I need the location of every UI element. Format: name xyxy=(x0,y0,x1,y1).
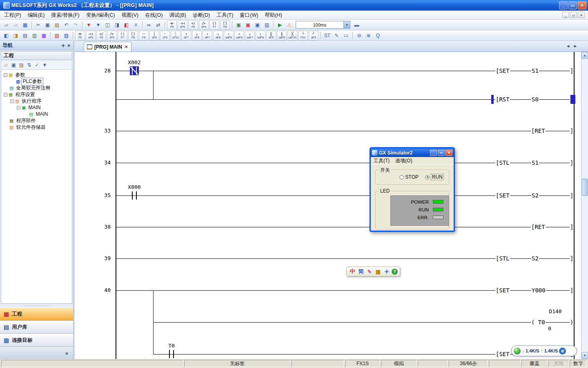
radio-stop[interactable]: STOP xyxy=(399,174,419,180)
ladder-canvas[interactable]: 28X002[SETS1][RSTS0]33[RET]34[STLS1]35X0… xyxy=(75,52,581,359)
close-button[interactable]: ✕ xyxy=(578,1,586,9)
ladder-closed-contact-button[interactable]: ⊣∕F6 xyxy=(96,31,106,40)
monitor-start-button[interactable]: ▣ xyxy=(234,20,243,29)
tree-expand-icon[interactable]: − xyxy=(4,73,7,77)
convert-button[interactable]: ▼ xyxy=(85,20,93,29)
chevron-icon[interactable]: » xyxy=(65,350,68,356)
undo-button[interactable]: ↶ xyxy=(62,20,71,29)
convert-result-falling-button[interactable]: ╳caF10 xyxy=(287,31,297,40)
statement-display-button[interactable]: ▨ xyxy=(62,31,71,40)
scroll-up-icon[interactable]: ▲ xyxy=(581,52,588,59)
tree-expand-icon[interactable]: − xyxy=(17,106,20,110)
inline-st-button[interactable]: ST xyxy=(323,31,332,40)
tab-scroll-left-icon[interactable]: ◄ xyxy=(566,44,570,48)
delete-vertical-line-button[interactable]: ┊cF10 xyxy=(171,31,180,40)
panel-grip[interactable] xyxy=(0,304,73,307)
simulator-maximize-button[interactable]: ▭ xyxy=(438,150,445,156)
scrollbar-thumb[interactable] xyxy=(582,179,588,196)
ime-tools-icon[interactable]: ✛ xyxy=(383,268,390,275)
read-from-plc-button[interactable]: ◨ xyxy=(113,20,121,29)
scan-time-combo[interactable]: 100ms▼ xyxy=(296,21,350,29)
invert-operation-results-button[interactable]: ‖aF5 xyxy=(266,31,276,40)
rising-pulse-button[interactable]: ↑sF7 xyxy=(181,31,191,40)
delete-horizontal-line-button[interactable]: ┈cF9 xyxy=(160,31,170,40)
ime-help-icon[interactable]: ? xyxy=(392,269,398,275)
restore-button[interactable]: ▭ xyxy=(568,1,577,9)
ime-softkeyboard-icon[interactable]: ▦ xyxy=(374,268,382,275)
ladder-open-contact-button[interactable]: ⊣⊢F5 xyxy=(75,31,85,40)
ladder-application-button[interactable]: []F8 xyxy=(128,31,138,40)
combo-dropdown-icon[interactable]: ▼ xyxy=(343,21,350,28)
paste-button[interactable]: ▤ xyxy=(53,20,61,29)
rising-pulse-closed-button[interactable]: ↿saF5 xyxy=(224,31,234,40)
ladder-or-open-contact-button[interactable]: ⊣⊣sF5 xyxy=(86,31,96,40)
modify-value-button[interactable]: ▬ xyxy=(352,20,361,29)
output-window-toggle-button[interactable]: ▤ xyxy=(21,31,29,40)
tree-sort-button[interactable]: ⇅ xyxy=(25,61,33,69)
stop-simulation-button[interactable]: ⚠ xyxy=(285,20,294,29)
minimize-button[interactable]: _ xyxy=(559,1,568,9)
tree-expand-icon[interactable]: − xyxy=(10,99,14,103)
simulator-minimize-button[interactable]: _ xyxy=(430,150,437,156)
start-simulation-button[interactable]: ▶ xyxy=(276,20,284,29)
menu-item-6[interactable]: 调试(B) xyxy=(166,11,189,19)
vertical-line-button[interactable]: │sF9 xyxy=(149,31,159,40)
or-open-contact-button[interactable]: ⊣⊣sF5 xyxy=(178,20,187,30)
falling-pulse-button[interactable]: ↓sF8 xyxy=(192,31,202,40)
device-batch-monitor-button[interactable]: ▥ xyxy=(263,20,271,29)
radio-run[interactable]: RUN xyxy=(425,174,443,180)
tree-item-2[interactable]: ▤全局软元件注释 xyxy=(1,85,72,91)
menu-item-9[interactable]: 窗口(W) xyxy=(236,11,261,19)
ladder-coil-button[interactable]: ()F7 xyxy=(118,31,127,40)
tab-scroll-right-icon[interactable]: ► xyxy=(573,44,577,48)
ladder-or-closed-contact-button[interactable]: ∕⊢sF6 xyxy=(107,31,117,40)
or-falling-pulse-button[interactable]: ⇓aF8 xyxy=(213,31,223,40)
mdi-restore-button[interactable]: ▭ xyxy=(570,12,577,18)
or-rising-pulse-button[interactable]: ⇑aF7 xyxy=(203,31,212,40)
verify-with-plc-button[interactable]: ≡ xyxy=(131,20,140,29)
menu-item-3[interactable]: 变换/编译(C) xyxy=(83,11,118,19)
find-button[interactable]: ∞ xyxy=(145,20,153,29)
cut-button[interactable]: ✂ xyxy=(34,20,42,29)
menu-item-7[interactable]: 诊断(D) xyxy=(189,11,213,19)
ime-simplified-icon[interactable]: 简 xyxy=(357,268,365,275)
comment-display-button[interactable]: ▧ xyxy=(53,31,61,40)
tree-copy-button[interactable]: ▣ xyxy=(10,61,18,69)
or-closed-contact-button[interactable]: ∕⊢sF6 xyxy=(199,20,209,30)
vertical-scrollbar[interactable]: ▲ ▼ xyxy=(581,52,588,359)
zoom-in-button[interactable]: ⊕ xyxy=(364,31,373,40)
tree-item-8[interactable]: ▥软元件存储器 xyxy=(1,124,72,130)
menu-item-4[interactable]: 视图(V) xyxy=(118,11,142,19)
falling-pulse-closed-button[interactable]: ↾saF6 xyxy=(234,31,244,40)
simulator-title-bar[interactable]: GX Simulator2 _ ▭ ✕ xyxy=(371,148,454,157)
zoom-ratio-button[interactable]: Q xyxy=(374,31,382,40)
zoom-out-button[interactable]: ⊖ xyxy=(355,31,363,40)
tree-filter-button[interactable]: ▼ xyxy=(41,61,49,69)
pin-icon[interactable]: ✛ xyxy=(61,43,65,48)
tree-expand-icon[interactable]: − xyxy=(4,93,7,96)
edit-mode-button[interactable]: ✎ xyxy=(332,31,341,40)
mdi-close-button[interactable]: ✕ xyxy=(578,12,585,18)
or-falling-pulse-closed-button[interactable]: ⇂saF8 xyxy=(256,31,265,40)
ime-language-icon[interactable]: 中 xyxy=(349,268,356,275)
mdi-minimize-button[interactable]: _ xyxy=(562,12,569,18)
horizontal-line-button[interactable]: ─F9 xyxy=(139,31,149,40)
ime-pen-icon[interactable]: ✎ xyxy=(366,268,373,275)
simulator-menu-options[interactable]: 选项(O) xyxy=(392,157,415,165)
draw-line-button[interactable]: └F10 xyxy=(298,31,308,40)
redo-button[interactable]: ↷ xyxy=(71,20,80,29)
coil-button[interactable]: ()F7 xyxy=(209,20,219,30)
tab-close-icon[interactable]: ✕ xyxy=(124,45,128,49)
nav-button-2[interactable]: ▥连接目标 xyxy=(0,334,73,347)
online-change-button[interactable]: ◫ xyxy=(103,20,112,29)
application-instruction-button[interactable]: []F8 xyxy=(220,20,230,30)
simulator-menu-tools[interactable]: 工具(T) xyxy=(371,157,392,165)
open-contact-button[interactable]: ⊣⊢F5 xyxy=(167,20,177,30)
convert-result-rising-button[interactable]: ∥caF5 xyxy=(277,31,287,40)
menu-item-2[interactable]: 搜索/替换(F) xyxy=(48,11,82,19)
menu-item-8[interactable]: 工具(T) xyxy=(213,11,236,19)
nav-button-0[interactable]: ▦工程 xyxy=(0,307,73,321)
write-to-plc-button[interactable]: ◧ xyxy=(122,20,131,29)
closed-contact-button[interactable]: ⊣∕F6 xyxy=(188,20,198,30)
tab-prg-main[interactable]: [PRG] MAIN ✕ xyxy=(84,42,131,52)
